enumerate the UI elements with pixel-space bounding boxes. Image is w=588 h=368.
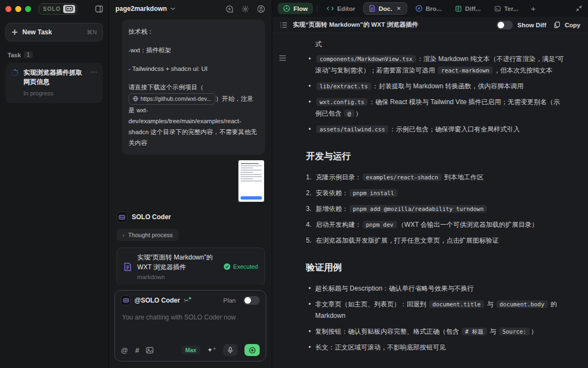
composer-agent-icon	[121, 295, 131, 305]
terminal-icon	[494, 5, 501, 12]
doc-list-item: 5.在浏览器加载开发版扩展，打开任意文章页，点击扩展图标验证	[306, 235, 566, 246]
new-task-button[interactable]: New Task ⌘N	[5, 23, 103, 41]
composer-input[interactable]: You are chatting with SOLO Coder now	[122, 313, 259, 321]
doc-list-item: •超长标题与 Description：确认单行省略号效果与不换行	[306, 283, 566, 294]
user-message-bubble: 技术栈： -wxt：插件框架 - Tailwindcss + shadcn ui…	[122, 20, 265, 155]
message-paragraph: -wxt：插件框架	[128, 45, 259, 56]
doc-list-item: •lib/extract.ts：封装提取与 Markdown 转换函数，供内容脚…	[306, 81, 566, 92]
collapse-panel-icon[interactable]	[575, 5, 583, 12]
new-tab-button[interactable]: +	[526, 4, 540, 13]
task-spinner-icon	[11, 69, 19, 77]
new-chat-icon[interactable]	[225, 5, 234, 13]
chevron-down-icon[interactable]	[170, 7, 175, 10]
doc-list-item: •复制按钮：确认剪贴板内容完整、格式正确（包含 # 标题 与 Source:）	[306, 326, 566, 337]
chevron-right-icon: ›	[122, 232, 124, 238]
executed-card-subtitle: markdown	[137, 274, 218, 280]
app-window: SOLO New Task ⌘N Task 1	[0, 0, 588, 368]
close-tab-icon[interactable]: ✕	[396, 5, 401, 11]
agent-row: SOLO Coder	[117, 212, 265, 222]
globe-icon	[133, 96, 138, 101]
doc-heading: 开发与运行	[306, 148, 566, 164]
sidebar-toggle-icon[interactable]	[95, 5, 103, 13]
doc-list-item: 1.克隆示例目录：examples/react-shadcn 到本地工作区	[306, 172, 566, 183]
thought-process-toggle[interactable]: › Thought process	[117, 229, 179, 241]
check-circle-icon	[224, 263, 230, 270]
minimize-window-button[interactable]	[15, 6, 21, 12]
chat-composer[interactable]: @SOLO Coder ✂ Plan You are chatting with…	[114, 290, 266, 361]
copy-icon[interactable]	[554, 21, 560, 28]
plan-toggle[interactable]	[243, 296, 260, 305]
solo-mode-badge[interactable]: SOLO	[39, 3, 77, 15]
new-task-shortcut: ⌘N	[87, 29, 97, 36]
doc-header: 实现“页面转 Markdown”的 WXT 浏览器插件 Show Diff Co…	[272, 17, 588, 33]
executed-card-title: 实现“页面转 Markdown”的 WXT 浏览器插件	[137, 253, 218, 272]
doc-list-item: •assets/tailwind.css：示例已包含；确保弹窗入口有全局样式引入	[306, 124, 566, 135]
document-icon	[124, 262, 132, 272]
context-hash-icon[interactable]: #	[135, 346, 139, 354]
solo-mode-label: SOLO	[43, 6, 60, 12]
zoom-window-button[interactable]	[25, 6, 31, 12]
doc-list-item: 4.启动开发构建：pnpm dev（WXT 会输出一个可供浏览器加载的扩展目录）	[306, 219, 566, 231]
thumbnail-button-bar	[241, 196, 262, 200]
diff-icon	[455, 5, 462, 12]
tab-terminal[interactable]: Ter...	[489, 3, 524, 14]
task-title: 实现浏览器插件抓取网页信息	[23, 68, 86, 87]
task-sidebar: SOLO New Task ⌘N Task 1	[0, 0, 109, 368]
max-model-badge[interactable]: Max	[181, 346, 200, 354]
task-status: In progress	[23, 90, 97, 96]
agent-name: SOLO Coder	[132, 213, 171, 221]
microphone-button[interactable]	[223, 344, 237, 356]
flow-icon	[283, 5, 290, 12]
doc-title: 实现“页面转 Markdown”的 WXT 浏览器插件	[293, 21, 491, 29]
doc-list-item: 2.安装依赖：pnpm install	[306, 188, 566, 199]
outline-list-icon[interactable]	[280, 22, 287, 28]
new-task-label: New Task	[22, 28, 52, 36]
executed-status: Executed	[224, 263, 258, 270]
doc-list-item: •components/MarkdownView.tsx：渲染 Markdown…	[306, 53, 566, 76]
chat-message-list[interactable]: 技术栈： -wxt：插件框架 - Tailwindcss + shadcn ui…	[109, 17, 272, 285]
tab-browser[interactable]: Bro...	[410, 3, 447, 14]
executed-task-card[interactable]: 实现“页面转 Markdown”的 WXT 浏览器插件 markdown Exe…	[117, 248, 265, 285]
task-list-item[interactable]: 实现浏览器插件抓取网页信息 ⋯ In progress	[5, 63, 103, 103]
solo-robot-icon	[63, 5, 75, 13]
task-section-label: Task	[8, 52, 21, 58]
solo-coder-avatar-icon	[117, 212, 127, 222]
tab-diff[interactable]: Diff...	[450, 3, 486, 14]
composer-mention[interactable]: @SOLO Coder	[134, 297, 180, 304]
compass-icon	[415, 5, 422, 12]
link-chip[interactable]: https://github.com/wxt-dev...	[128, 93, 216, 104]
doc-list-item: •wxt.config.ts：确保 React 模块与 Tailwind Vit…	[306, 96, 566, 119]
mention-icon[interactable]: @	[121, 346, 128, 354]
window-controls[interactable]	[5, 6, 31, 12]
task-more-button[interactable]: ⋯	[90, 68, 97, 76]
close-window-button[interactable]	[5, 6, 11, 12]
task-section-header: Task 1	[0, 44, 108, 63]
tab-flow[interactable]: Flow	[278, 3, 313, 14]
doc-list-item: •长文：正文区域可滚动，不影响底部按钮可见	[306, 342, 566, 353]
doc-list-item: 3.新增依赖：pnpm add @mozilla/readability tur…	[306, 203, 566, 215]
code-icon	[327, 5, 334, 11]
doc-list-item: •非文章页（如主页、列表页）：回退到 document.title 与 docu…	[306, 299, 566, 322]
chat-panel: page2markdown 技术栈： -wxt：插件框架 - Tailwindc…	[109, 0, 272, 368]
titlebar: SOLO	[0, 0, 108, 17]
enhance-sparkle-icon[interactable]: ✦⁺	[207, 346, 216, 354]
attachment-thumbnail[interactable]	[238, 160, 264, 202]
show-diff-label: Show Diff	[517, 22, 546, 28]
message-paragraph: 技术栈：	[128, 26, 259, 37]
doc-partial-line: 式	[306, 39, 566, 50]
chat-session-title[interactable]: page2markdown	[115, 5, 167, 13]
doc-content-area[interactable]: 式 •components/MarkdownView.tsx：渲染 Markdo…	[272, 33, 588, 368]
show-diff-toggle[interactable]	[497, 21, 513, 29]
account-icon[interactable]	[257, 5, 265, 13]
tools-icon[interactable]: ✂	[184, 297, 189, 304]
task-count-badge: 1	[24, 51, 33, 58]
panel-tabbar: Flow Editor Doc. ✕ Bro... Diff...	[272, 0, 588, 17]
tab-doc[interactable]: Doc. ✕	[363, 2, 407, 15]
voice-record-button[interactable]	[244, 344, 260, 356]
plan-label: Plan	[223, 297, 236, 304]
tab-editor[interactable]: Editor	[321, 3, 360, 14]
copy-label[interactable]: Copy	[565, 22, 580, 28]
image-attach-icon[interactable]	[146, 347, 154, 354]
gear-icon[interactable]	[241, 5, 249, 13]
outline-toggle-icon[interactable]	[279, 55, 286, 61]
